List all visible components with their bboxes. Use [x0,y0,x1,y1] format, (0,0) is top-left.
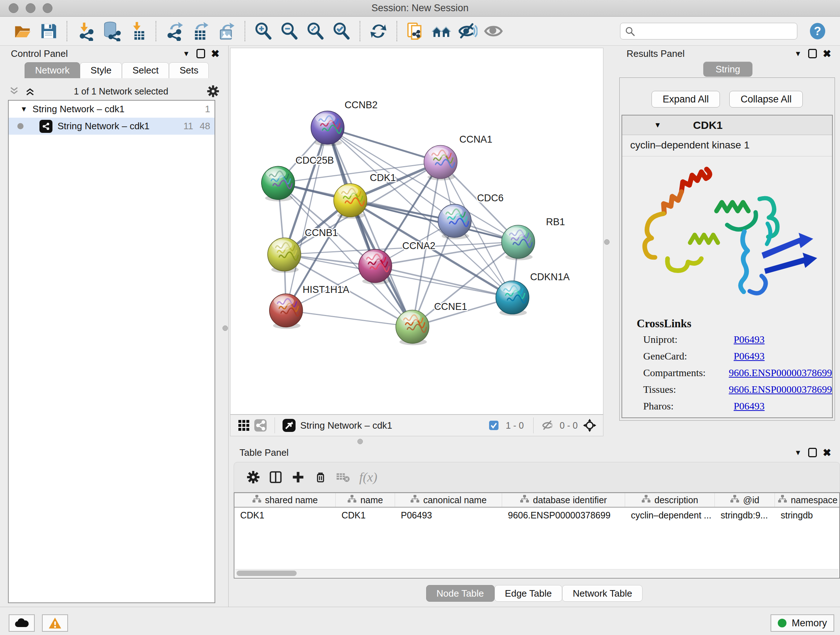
table-horizontal-scrollbar[interactable] [235,569,838,577]
tab-string[interactable]: String [703,62,752,77]
close-window-button[interactable] [9,3,19,13]
crosslink-link[interactable]: P06493 [734,401,765,412]
tab-style[interactable]: Style [80,62,122,78]
table-cell[interactable]: stringdb:9... [715,508,775,523]
table-cell[interactable]: CDK1 [234,508,336,523]
column-header-canonical-name[interactable]: canonical name [395,493,502,507]
gene-section-header[interactable]: ▼ CDK1 [622,116,832,135]
export-network-icon[interactable] [164,21,185,42]
expand-all-icon[interactable] [25,86,35,97]
warnings-button[interactable] [42,614,68,632]
minimize-window-button[interactable] [26,3,35,13]
column-header-shared-name[interactable]: shared name [234,493,336,507]
table-cell[interactable]: stringdb [775,508,840,523]
table-cell[interactable]: P06493 [395,508,502,523]
collection-expander-icon[interactable]: ▼ [20,105,27,113]
horizontal-splitter-handle[interactable] [357,439,363,444]
crosslink-link[interactable]: P06493 [734,350,765,362]
network-node-ccnb1[interactable]: CCNB1 [268,227,338,273]
export-table-icon[interactable] [190,21,211,42]
zoom-in-icon[interactable] [253,21,274,42]
float-panel-icon[interactable]: ▼ [791,48,805,60]
hidden-eye-icon[interactable] [539,417,556,434]
selected-checkbox-icon[interactable] [485,417,502,434]
function-builder-icon[interactable]: f(x) [359,470,377,485]
scrollbar-thumb[interactable] [237,570,297,576]
memory-button[interactable]: Memory [771,614,834,632]
network-badge-icon[interactable] [252,417,269,434]
zoom-out-icon[interactable] [279,21,300,42]
network-node-ccne1[interactable]: CCNE1 [396,301,467,345]
network-node-ccna1[interactable]: CCNA1 [424,134,493,180]
table-cell[interactable]: CDK1 [336,508,395,523]
table-cell[interactable]: 9606.ENSP00000378699 [502,508,625,523]
crosslink-link[interactable]: P06493 [734,334,765,345]
collapse-all-icon[interactable] [9,86,19,97]
delete-table-icon[interactable] [333,468,352,486]
close-panel-icon[interactable]: ✖ [820,447,834,459]
crosslink-link[interactable]: 9606.ENSP00000378699 [729,384,832,395]
help-button[interactable]: ? [807,21,828,42]
tab-node-table[interactable]: Node Table [426,585,494,602]
open-session-icon[interactable] [12,21,33,42]
fit-selected-icon[interactable] [581,417,598,434]
delete-column-icon[interactable] [311,468,330,486]
gene-expander-icon[interactable]: ▼ [654,121,661,129]
collapse-all-button[interactable]: Collapse All [729,91,803,108]
zoom-selected-icon[interactable] [331,21,352,42]
search-input[interactable] [620,23,797,40]
column-header-name[interactable]: name [336,493,395,507]
undock-panel-icon[interactable] [194,48,208,60]
show-hidden-icon[interactable] [483,21,504,42]
gear-icon[interactable] [207,85,219,98]
clone-network-icon[interactable] [405,21,426,42]
table-settings-gear-icon[interactable] [244,468,263,486]
network-canvas[interactable]: CCNB2CCNA1CDC25BCDK1CDC6RB1CCNB1CCNA2CDK… [230,48,603,415]
close-panel-icon[interactable]: ✖ [820,48,834,60]
network-node-hist1h1a[interactable]: HIST1H1A [270,284,349,329]
import-network-icon[interactable] [75,21,96,42]
table-cell[interactable]: cyclin–dependent ... [625,508,715,523]
birds-eye-view-icon[interactable] [281,417,297,434]
import-network-database-icon[interactable] [101,21,122,42]
save-session-icon[interactable] [38,21,59,42]
tab-network-table[interactable]: Network Table [562,585,643,602]
maximize-window-button[interactable] [43,3,52,13]
apply-layout-icon[interactable] [368,21,389,42]
tab-sets[interactable]: Sets [169,62,209,78]
cloud-status-button[interactable] [9,614,35,632]
table-row[interactable]: CDK1CDK1P064939606.ENSP00000378699cyclin… [234,508,839,523]
import-table-icon[interactable] [127,21,148,42]
vertical-splitter-handle[interactable] [223,325,228,331]
float-panel-icon[interactable]: ▼ [791,447,805,459]
column-header-description[interactable]: description [625,493,715,507]
network-node-rb1[interactable]: RB1 [502,217,565,260]
grid-view-icon[interactable] [235,417,252,434]
tab-network[interactable]: Network [25,62,80,78]
first-neighbors-icon[interactable] [431,21,452,42]
network-row[interactable]: String Network – cdk1 11 48 [9,118,215,135]
create-column-icon[interactable] [289,468,308,486]
tab-select[interactable]: Select [122,62,169,78]
expand-all-button[interactable]: Expand All [652,91,720,108]
network-graph[interactable]: CCNB2CCNA1CDC25BCDK1CDC6RB1CCNB1CCNA2CDK… [231,48,603,414]
column-header-at-id[interactable]: @id [715,493,775,507]
crosslink-label: Pharos: [643,401,734,412]
hide-selected-icon[interactable] [457,21,478,42]
float-panel-icon[interactable]: ▼ [179,48,194,60]
network-collection-row[interactable]: ▼ String Network – cdk1 1 [9,101,215,118]
node-label-ccnb2: CCNB2 [344,100,377,111]
network-node-cdkn1a[interactable]: CDKN1A [496,272,570,316]
close-panel-icon[interactable]: ✖ [208,48,223,60]
right-splitter-handle[interactable] [604,239,609,245]
tab-edge-table[interactable]: Edge Table [494,585,562,602]
table-body: CDK1CDK1P064939606.ENSP00000378699cyclin… [234,508,839,523]
zoom-fit-icon[interactable] [305,21,326,42]
column-header-namespace[interactable]: namespace [775,493,840,507]
column-header-database-identifier[interactable]: database identifier [502,493,625,507]
crosslink-link[interactable]: 9606.ENSP00000378699 [729,367,832,379]
show-column-icon[interactable] [266,468,285,486]
undock-panel-icon[interactable] [805,447,820,459]
undock-panel-icon[interactable] [805,48,820,60]
export-image-icon[interactable] [216,21,237,42]
